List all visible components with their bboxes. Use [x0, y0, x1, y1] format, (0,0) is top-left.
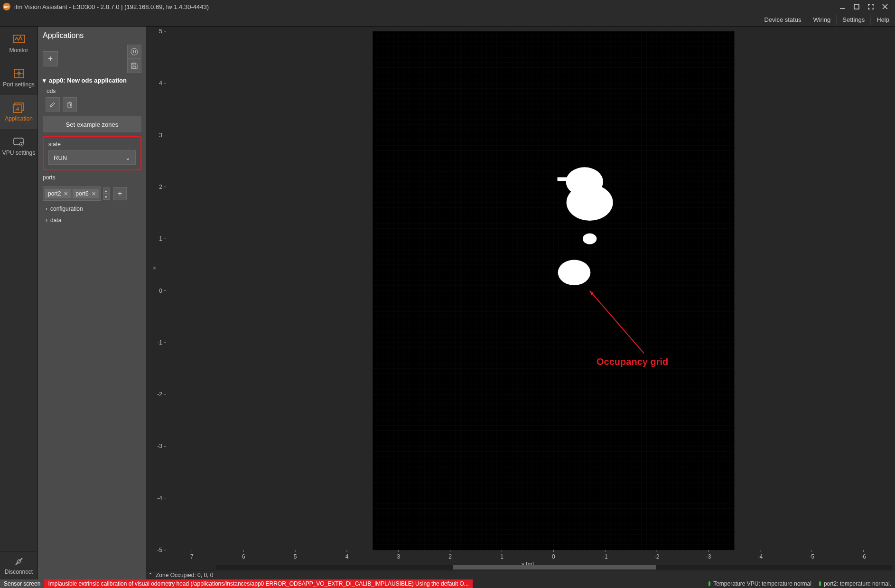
step-up-icon[interactable]: ▴ [103, 187, 110, 194]
minimize-button[interactable] [835, 1, 849, 12]
svg-text:-1: -1 [157, 339, 162, 346]
svg-text:-1: -1 [603, 553, 608, 560]
svg-point-255 [583, 233, 597, 244]
status-temp-vpu: Temperature VPU: temperature normal [705, 579, 815, 588]
state-group-highlight: state RUN ⌄ [43, 136, 141, 170]
remove-chip-icon[interactable]: ✕ [92, 191, 96, 197]
svg-text:5: 5 [294, 553, 297, 560]
svg-text:5: 5 [159, 28, 162, 35]
maximize-button[interactable] [849, 1, 864, 12]
disconnect-icon [14, 556, 24, 567]
remove-chip-icon[interactable]: ✕ [64, 191, 68, 197]
tree-data[interactable]: › data [46, 217, 141, 224]
svg-text:1: 1 [500, 553, 503, 560]
ports-field[interactable]: port2 ✕ port6 ✕ [43, 187, 101, 201]
statusbar: Sensor screen Implausible extrinsic cali… [0, 579, 895, 588]
svg-text:3: 3 [397, 553, 401, 560]
tree-data-label: data [50, 217, 61, 224]
menu-wiring[interactable]: Wiring [807, 14, 836, 25]
port-chip-label: port6 [75, 190, 88, 197]
menu-help[interactable]: Help [870, 14, 895, 25]
thermometer-icon [709, 581, 710, 586]
pause-button[interactable] [127, 45, 141, 59]
svg-rect-1 [854, 4, 859, 9]
applications-title: Applications [43, 31, 84, 40]
svg-text:-3: -3 [706, 553, 711, 560]
app-node[interactable]: ▾ app0: New ods application [43, 77, 141, 84]
menubar: Device status Wiring Settings Help [0, 13, 895, 27]
svg-text:3: 3 [159, 132, 162, 139]
port-stepper[interactable]: ▴ ▾ [103, 187, 110, 200]
rail-disconnect[interactable]: Disconnect [0, 551, 37, 579]
chevron-right-icon: › [46, 217, 47, 224]
viewer: ⋮ 543210-1-2-3-4-576543210-1-2-3-4-5-6y … [146, 27, 895, 579]
titlebar: ifm ifm Vision Assistant - E3D300 - 2.8.… [0, 0, 895, 13]
rail-application-label: Application [5, 115, 33, 122]
tree-configuration[interactable]: › configuration [46, 205, 141, 212]
viewer-footer: ⌃ Zone Occupied: 0, 0, 0 [146, 570, 895, 579]
rail-vpu-label: VPU settings [2, 149, 35, 156]
close-button[interactable] [878, 1, 892, 12]
svg-text:-2: -2 [157, 391, 162, 398]
monitor-icon [12, 34, 26, 45]
delete-app-button[interactable] [63, 97, 77, 112]
svg-point-256 [558, 260, 591, 285]
add-application-button[interactable]: + [43, 51, 58, 66]
vpu-icon [12, 136, 26, 148]
plot-area[interactable]: ⋮ 543210-1-2-3-4-576543210-1-2-3-4-5-6y … [146, 27, 895, 570]
add-port-button[interactable]: + [113, 187, 127, 200]
status-temp-port2: port2: temperature normal. [815, 579, 895, 588]
svg-text:-6: -6 [861, 553, 866, 560]
chevron-down-icon: ▾ [43, 77, 46, 84]
svg-text:-5: -5 [157, 547, 162, 553]
expand-footer-icon[interactable]: ⌃ [148, 572, 153, 579]
save-button[interactable] [127, 59, 141, 73]
occupancy-grid-plot[interactable]: 543210-1-2-3-4-576543210-1-2-3-4-5-6y [m… [146, 27, 895, 570]
state-value: RUN [54, 154, 67, 161]
svg-text:-5: -5 [809, 553, 814, 560]
state-select[interactable]: RUN ⌄ [48, 150, 136, 165]
svg-text:7: 7 [190, 553, 194, 560]
svg-text:-4: -4 [758, 553, 763, 560]
svg-text:1: 1 [159, 235, 162, 242]
scrollbar-thumb[interactable] [453, 565, 655, 569]
app-logo-icon: ifm [3, 3, 10, 10]
thermometer-icon [819, 581, 821, 586]
app-node-title: app0: New ods application [49, 77, 127, 84]
rail-vpu-settings[interactable]: VPU settings [0, 129, 37, 163]
svg-text:-3: -3 [157, 443, 162, 449]
window-title: ifm Vision Assistant - E3D300 - 2.8.7.0 … [14, 3, 209, 10]
chevron-down-icon: ⌄ [125, 154, 131, 161]
rail-monitor[interactable]: Monitor [0, 27, 37, 61]
port-chip[interactable]: port2 ✕ [45, 189, 71, 198]
svg-text:A: A [15, 106, 19, 112]
zone-occupied-status: Zone Occupied: 0, 0, 0 [156, 572, 213, 579]
status-sensor-screen[interactable]: Sensor screen [0, 579, 44, 588]
svg-text:2: 2 [448, 553, 452, 560]
rail-port-settings[interactable]: Port settings [0, 61, 37, 95]
svg-text:-4: -4 [157, 495, 162, 502]
port-icon [12, 68, 26, 79]
svg-point-18 [131, 48, 138, 55]
port-chip-label: port2 [48, 190, 61, 197]
edit-app-button[interactable] [46, 97, 60, 112]
svg-rect-257 [558, 177, 586, 181]
svg-text:×: × [153, 265, 156, 271]
status-temp-port2-text: port2: temperature normal. [824, 580, 891, 587]
port-chip[interactable]: port6 ✕ [73, 189, 98, 198]
fullscreen-button[interactable] [864, 1, 878, 12]
rail-disconnect-label: Disconnect [5, 569, 33, 575]
svg-point-254 [567, 184, 613, 221]
svg-text:-2: -2 [654, 553, 660, 560]
step-down-icon[interactable]: ▾ [103, 194, 110, 200]
rail-monitor-label: Monitor [9, 47, 28, 54]
rail-port-label: Port settings [3, 81, 35, 88]
horizontal-scrollbar[interactable] [216, 565, 892, 569]
status-error[interactable]: Implausible extrinsic calibration of vis… [44, 579, 472, 588]
ports-label: ports [43, 174, 141, 181]
menu-device-status[interactable]: Device status [758, 14, 807, 25]
svg-text:2: 2 [159, 184, 162, 190]
menu-settings[interactable]: Settings [836, 14, 870, 25]
rail-application[interactable]: A Application [0, 95, 37, 129]
set-example-zones-button[interactable]: Set example zones [43, 116, 141, 132]
